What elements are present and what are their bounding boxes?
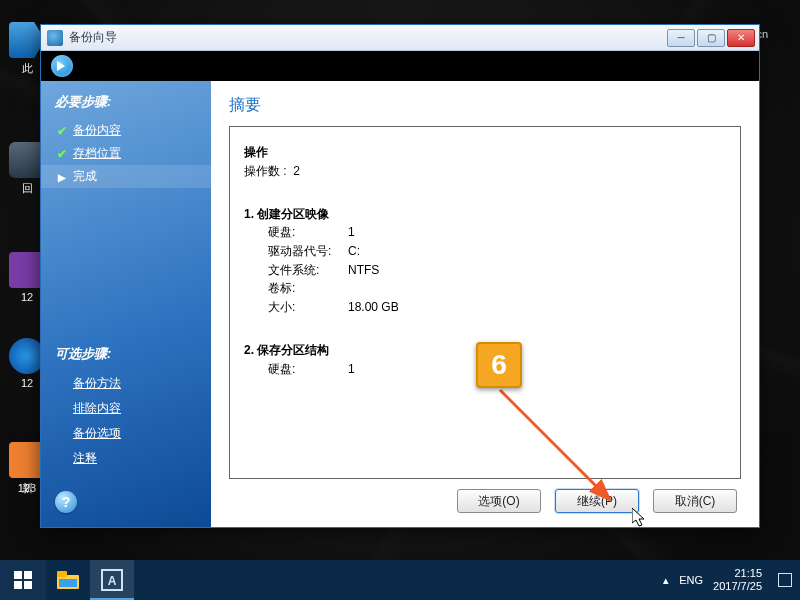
optional-step-options[interactable]: 备份选项	[55, 421, 201, 446]
taskbar-explorer[interactable]	[46, 560, 90, 600]
tray-chevron-up-icon[interactable]: ▴	[663, 574, 669, 587]
checkmark-icon: ✔	[55, 147, 69, 161]
svg-rect-6	[57, 571, 67, 577]
backup-wizard-window: 备份向导 ─ ▢ ✕ 必要步骤: ✔ 备份内容 ✔ 存档位置 完成 可选步骤:	[40, 24, 760, 528]
start-button[interactable]	[0, 560, 46, 600]
close-button[interactable]: ✕	[727, 29, 755, 47]
windows-logo-icon	[14, 571, 32, 589]
action-count: 操作数 : 2	[244, 162, 726, 181]
desktop-icon-label: 此	[22, 62, 33, 74]
brand-banner	[41, 51, 759, 81]
tray-notifications-icon[interactable]	[778, 573, 792, 587]
annotation-step-number: 6	[476, 342, 522, 388]
checkmark-icon: ✔	[55, 124, 69, 138]
help-button[interactable]: ?	[55, 491, 77, 513]
desktop-icon-label: 12	[21, 377, 33, 389]
window-title: 备份向导	[69, 29, 117, 46]
minimize-button[interactable]: ─	[667, 29, 695, 47]
step-finish[interactable]: 完成	[41, 165, 211, 188]
optional-steps-header: 可选步骤:	[55, 345, 201, 363]
tray-lang-indicator[interactable]: ENG	[679, 574, 703, 586]
summary-section-action: 操作	[244, 143, 726, 162]
svg-rect-4	[24, 581, 32, 589]
optional-step-notes[interactable]: 注释	[55, 446, 201, 471]
op1-disk: 硬盘:1	[244, 223, 726, 242]
desktop-icon-label: 123	[18, 482, 36, 494]
file-explorer-icon	[57, 571, 79, 589]
wizard-sidebar: 必要步骤: ✔ 备份内容 ✔ 存档位置 完成 可选步骤: 备份方法 排除内容 备…	[41, 81, 211, 527]
arrow-right-icon	[55, 170, 69, 184]
optional-step-method[interactable]: 备份方法	[55, 371, 201, 396]
step-label: 备份内容	[73, 122, 121, 139]
titlebar[interactable]: 备份向导 ─ ▢ ✕	[41, 25, 759, 51]
button-row: 选项(O) 继续(P) 取消(C)	[229, 479, 741, 517]
optional-step-exclude[interactable]: 排除内容	[55, 396, 201, 421]
summary-box: 操作 操作数 : 2 1. 创建分区映像 硬盘:1 驱动器代号:C: 文件系统:…	[229, 126, 741, 479]
required-steps-header: 必要步骤:	[55, 93, 201, 111]
maximize-button[interactable]: ▢	[697, 29, 725, 47]
op1-title: 1. 创建分区映像	[244, 205, 726, 224]
svg-rect-1	[14, 571, 22, 579]
app-icon	[47, 30, 63, 46]
op1-drive: 驱动器代号:C:	[244, 242, 726, 261]
op1-size: 大小:18.00 GB	[244, 298, 726, 317]
op1-volume: 卷标:	[244, 279, 726, 298]
mouse-cursor-icon	[632, 508, 648, 530]
svg-rect-3	[14, 581, 22, 589]
options-button[interactable]: 选项(O)	[457, 489, 541, 513]
step-archive-location[interactable]: ✔ 存档位置	[55, 142, 201, 165]
wizard-main: 摘要 操作 操作数 : 2 1. 创建分区映像 硬盘:1 驱动器代号:C: 文件…	[211, 81, 759, 527]
svg-rect-2	[24, 571, 32, 579]
proceed-button[interactable]: 继续(P)	[555, 489, 639, 513]
step-label: 存档位置	[73, 145, 121, 162]
acronis-logo-icon	[51, 55, 73, 77]
desktop-icon-label: 12	[21, 291, 33, 303]
taskbar-clock[interactable]: 21:15 2017/7/25	[713, 567, 768, 592]
taskbar[interactable]: A ▴ ENG 21:15 2017/7/25	[0, 560, 800, 600]
desktop-icon-label: 回	[22, 182, 33, 194]
page-title: 摘要	[229, 95, 741, 116]
cancel-button[interactable]: 取消(C)	[653, 489, 737, 513]
optional-steps: 可选步骤: 备份方法 排除内容 备份选项 注释	[55, 345, 201, 471]
svg-text:A: A	[108, 574, 117, 588]
step-label: 完成	[73, 168, 97, 185]
step-backup-content[interactable]: ✔ 备份内容	[55, 119, 201, 142]
app-window-icon: A	[101, 569, 123, 591]
svg-rect-7	[59, 579, 77, 587]
system-tray[interactable]: ▴ ENG 21:15 2017/7/25	[655, 567, 800, 592]
op1-filesystem: 文件系统:NTFS	[244, 261, 726, 280]
taskbar-backup-wizard[interactable]: A	[90, 560, 134, 600]
